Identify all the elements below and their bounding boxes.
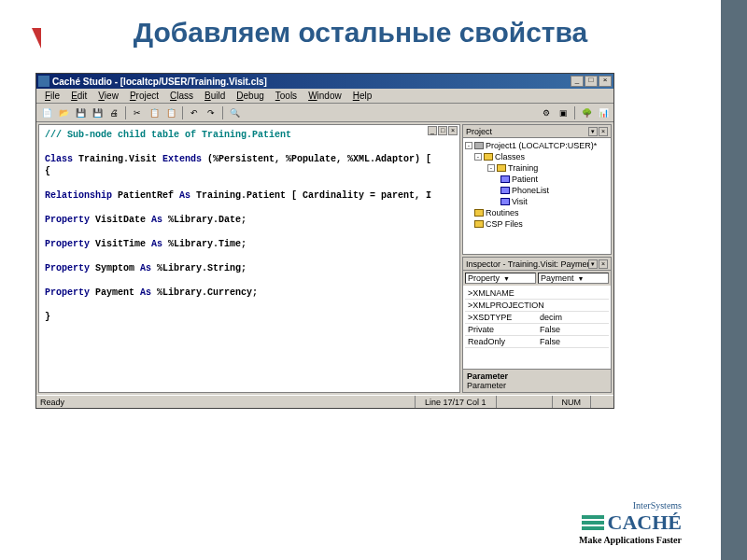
project-icon	[474, 142, 484, 149]
menu-build[interactable]: Build	[200, 90, 230, 102]
menu-file[interactable]: File	[40, 90, 64, 102]
inspector-member-dropdown[interactable]: Payment▼	[538, 273, 609, 284]
inspector-panel-title: Inspector - Training.Visit: Paymen	[466, 259, 588, 269]
folder-icon	[474, 220, 484, 228]
tb-open-icon[interactable]: 📂	[56, 105, 71, 120]
project-tree[interactable]: -Project1 (LOCALTCP:USER)* -Classes -Tra…	[463, 138, 611, 254]
tb-save-icon[interactable]: 💾	[73, 105, 88, 120]
status-ready: Ready	[40, 398, 415, 407]
slide-accent-wedge	[32, 28, 41, 49]
maximize-button[interactable]: □	[585, 76, 598, 87]
menu-view[interactable]: View	[93, 90, 123, 102]
project-panel-close-icon[interactable]: ×	[599, 127, 608, 136]
project-panel: Project ▾ × -Project1 (LOCALTCP:USER)* -…	[462, 124, 612, 255]
tb-compile-icon[interactable]: ⚙	[539, 105, 554, 120]
tb-saveall-icon[interactable]: 💾	[90, 105, 105, 120]
project-panel-pin-icon[interactable]: ▾	[588, 127, 598, 136]
folder-icon	[497, 164, 506, 172]
window-titlebar[interactable]: Caché Studio - [localtcp/USER/Training.V…	[36, 74, 613, 89]
class-icon	[500, 175, 510, 183]
mdi-restore-button[interactable]: □	[438, 126, 447, 135]
status-position: Line 17/17 Col 1	[415, 396, 496, 408]
inspector-panel: Inspector - Training.Visit: Paymen ▾ × P…	[462, 257, 612, 393]
code-content[interactable]: /// Sub-node child table of Training.Pat…	[39, 125, 459, 327]
tb-new-icon[interactable]: 📄	[39, 105, 54, 120]
code-editor[interactable]: _ □ × /// Sub-node child table of Traini…	[38, 124, 460, 393]
tb-cut-icon[interactable]: ✂	[130, 105, 145, 120]
mdi-minimize-button[interactable]: _	[428, 126, 437, 135]
tb-build-icon[interactable]: ▣	[556, 105, 571, 120]
mdi-close-button[interactable]: ×	[448, 126, 458, 135]
menu-window[interactable]: Window	[303, 90, 346, 102]
inspector-panel-close-icon[interactable]: ×	[599, 259, 608, 269]
inspector-type-dropdown[interactable]: Property▼	[465, 273, 536, 284]
window-title: Caché Studio - [localtcp/USER/Training.V…	[52, 77, 571, 87]
tree-expand-icon[interactable]: -	[487, 164, 495, 172]
inspector-grid[interactable]: >XMLNAME >XMLPROJECTION >XSDTYPEdecim Pr…	[463, 286, 611, 369]
status-numlock: NUM	[552, 396, 591, 408]
menu-edit[interactable]: Edit	[66, 90, 92, 102]
project-panel-title: Project	[466, 127, 492, 136]
tb-redo-icon[interactable]: ↷	[204, 105, 218, 120]
slide-title: Добавляем остальные свойства	[0, 0, 721, 58]
tb-find-icon[interactable]: 🔍	[227, 105, 242, 120]
minimize-button[interactable]: _	[571, 76, 584, 87]
menu-debug[interactable]: Debug	[232, 90, 268, 102]
tb-inspector-icon[interactable]: 📊	[596, 105, 611, 120]
menu-project[interactable]: Project	[125, 90, 163, 102]
menu-class[interactable]: Class	[165, 90, 198, 102]
folder-icon	[474, 209, 484, 217]
app-icon	[38, 76, 49, 87]
tb-tree-icon[interactable]: 🌳	[579, 105, 594, 120]
logo-bars-icon	[582, 515, 604, 530]
intersystems-logo: InterSystems CACHÉ Make Applications Fas…	[579, 500, 682, 545]
class-icon	[500, 198, 510, 205]
tb-print-icon[interactable]: 🖨	[106, 105, 121, 120]
tree-expand-icon[interactable]: -	[474, 153, 482, 161]
class-icon	[500, 187, 510, 194]
cache-studio-window: Caché Studio - [localtcp/USER/Training.V…	[35, 73, 614, 409]
menu-tools[interactable]: Tools	[271, 90, 302, 102]
close-button[interactable]: ×	[599, 76, 612, 87]
menu-help[interactable]: Help	[348, 90, 377, 102]
tb-copy-icon[interactable]: 📋	[147, 105, 162, 120]
inspector-panel-pin-icon[interactable]: ▾	[588, 259, 598, 269]
status-bar: Ready Line 17/17 Col 1 NUM	[36, 395, 613, 408]
tb-paste-icon[interactable]: 📋	[163, 105, 178, 120]
folder-icon	[484, 153, 493, 161]
menu-bar: File Edit View Project Class Build Debug…	[36, 89, 613, 104]
tree-expand-icon[interactable]: -	[465, 142, 472, 149]
toolbar: 📄 📂 💾 💾 🖨 ✂ 📋 📋 ↶ ↷ 🔍 ⚙ ▣ 🌳 📊	[36, 104, 613, 122]
inspector-help: Parameter Parameter	[463, 369, 611, 392]
tb-undo-icon[interactable]: ↶	[187, 105, 202, 120]
